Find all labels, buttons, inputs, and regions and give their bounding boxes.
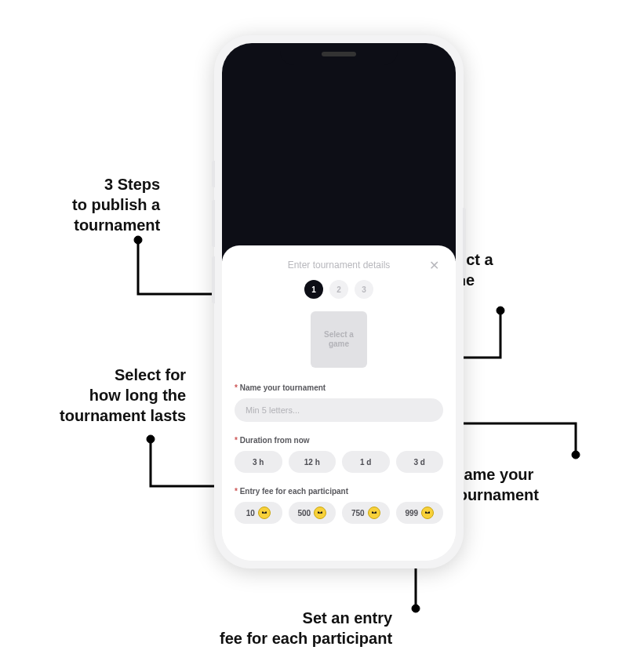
- phone-screen: Enter tournament details ✕ 1 2 3 Select …: [222, 43, 456, 561]
- callout-steps: 3 Stepsto publish atournament: [72, 174, 160, 235]
- fee-option-10[interactable]: 10: [235, 502, 282, 524]
- fee-option-750[interactable]: 750: [342, 502, 390, 524]
- duration-field-label: Duration from now: [235, 436, 443, 445]
- duration-option-1d[interactable]: 1 d: [342, 451, 390, 473]
- coin-icon: [258, 507, 271, 519]
- phone-mockup: Enter tournament details ✕ 1 2 3 Select …: [214, 35, 464, 568]
- fee-amount: 999: [405, 509, 418, 518]
- fee-amount: 500: [297, 509, 311, 518]
- coin-icon: [368, 507, 380, 519]
- sheet-title: Enter tournament details: [288, 260, 391, 271]
- step-indicator: 1 2 3: [235, 280, 443, 299]
- step-2[interactable]: 2: [329, 280, 348, 299]
- step-1[interactable]: 1: [304, 280, 323, 299]
- phone-power-button: [463, 208, 466, 278]
- duration-options: 3 h 12 h 1 d 3 d: [235, 451, 443, 473]
- select-game-tile[interactable]: Select agame: [311, 311, 367, 368]
- fee-field-label: Entry fee for each participant: [235, 487, 443, 496]
- name-field-label: Name your tournament: [235, 383, 443, 392]
- screen-top-blank: [222, 43, 456, 261]
- fee-amount: 750: [351, 509, 365, 518]
- fee-amount: 10: [246, 509, 255, 518]
- phone-volume-down: [212, 256, 215, 303]
- coin-icon: [314, 507, 326, 519]
- step-3[interactable]: 3: [355, 280, 373, 299]
- phone-side-button: [212, 161, 215, 187]
- fee-option-500[interactable]: 500: [289, 502, 337, 524]
- fee-option-999[interactable]: 999: [396, 502, 444, 524]
- bottom-sheet: Enter tournament details ✕ 1 2 3 Select …: [222, 245, 456, 561]
- phone-volume-up: [212, 200, 215, 247]
- duration-option-3d[interactable]: 3 d: [396, 451, 444, 473]
- close-icon[interactable]: ✕: [426, 258, 442, 274]
- coin-icon: [421, 507, 434, 519]
- callout-duration: Select forhow long thetournament lasts: [60, 365, 186, 426]
- connector-name: [447, 408, 596, 478]
- callout-entry-fee: Set an entryfee for each participant: [220, 608, 392, 648]
- duration-option-12h[interactable]: 12 h: [289, 451, 337, 473]
- duration-option-3h[interactable]: 3 h: [235, 451, 282, 473]
- tournament-name-input[interactable]: [235, 398, 443, 422]
- phone-notch: [280, 43, 398, 65]
- fee-options: 10 500 750 999: [235, 502, 443, 524]
